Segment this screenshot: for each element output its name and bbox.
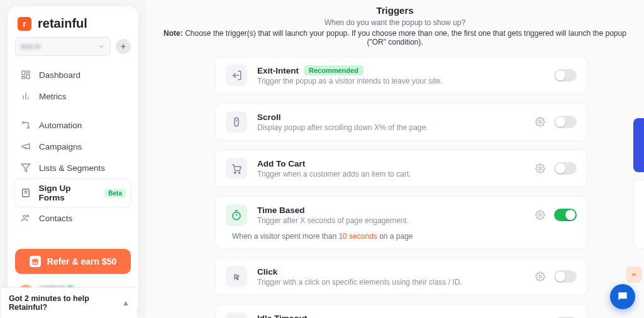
sidebar-item-lists[interactable]: Lists & Segments <box>15 158 131 178</box>
book-a-call-tab[interactable] <box>633 118 644 172</box>
svg-point-26 <box>238 172 240 173</box>
mouse-scroll-icon <box>226 111 247 133</box>
sidebar-item-signup-forms[interactable]: Sign Up Forms Beta <box>15 179 131 207</box>
trigger-toggle-cart[interactable] <box>554 162 577 175</box>
svg-rect-2 <box>22 71 25 75</box>
sidebar-item-label: Campaigns <box>39 142 82 151</box>
trigger-title: Click <box>257 267 277 277</box>
time-helper: When a visitor spent more than 10 second… <box>226 232 577 241</box>
trigger-desc: Display popup after scrolling down X% of… <box>257 123 525 132</box>
megaphone-icon <box>20 141 31 152</box>
trigger-list: Exit-IntentRecommended Trigger the popup… <box>146 48 644 318</box>
svg-rect-4 <box>26 75 30 79</box>
dashboard-icon <box>20 69 31 80</box>
trigger-title: Scroll <box>257 112 281 122</box>
beta-badge: Beta <box>104 189 126 198</box>
trigger-title: Add To Cart <box>257 159 305 168</box>
trigger-card-exit-intent: Exit-IntentRecommended Trigger the popup… <box>215 57 587 94</box>
trigger-toggle-click[interactable] <box>554 270 577 283</box>
feedback-prompt-text: Got 2 minutes to help Retainful? <box>9 294 122 312</box>
trigger-title: Idle Timeout <box>257 314 307 319</box>
trigger-card-scroll: Scroll Display popup after scrolling dow… <box>215 103 587 141</box>
trigger-settings-cart[interactable] <box>535 163 545 173</box>
svg-rect-3 <box>26 71 30 73</box>
trigger-settings-time[interactable] <box>535 210 545 220</box>
brand-name: retainful <box>38 16 87 31</box>
add-store-button[interactable] <box>116 39 131 54</box>
trigger-title: Time Based <box>257 206 305 215</box>
trigger-card-click: Click Trigger with a click on specific e… <box>215 258 587 295</box>
trigger-desc: Trigger the popup as a visitor intends t… <box>257 77 544 85</box>
trigger-toggle-scroll[interactable] <box>554 116 577 128</box>
time-value[interactable]: 10 seconds <box>338 232 377 241</box>
trigger-card-add-to-cart: Add To Cart Trigger when a customer adds… <box>215 150 587 187</box>
trigger-toggle-time[interactable] <box>554 209 577 221</box>
scroll-to-top-button[interactable] <box>626 266 642 283</box>
form-icon <box>20 187 31 199</box>
sidebar-item-dashboard[interactable]: Dashboard <box>15 65 131 85</box>
sidebar: r retainful test.in <box>0 0 146 318</box>
trigger-desc: Trigger when a customer adds an item to … <box>257 170 525 178</box>
store-select-value: test.in <box>21 42 41 51</box>
svg-point-24 <box>539 121 541 123</box>
chevron-down-icon <box>97 43 105 50</box>
refer-label: Refer & earn $50 <box>47 256 117 266</box>
sidebar-item-metrics[interactable]: Metrics <box>15 86 131 106</box>
svg-point-9 <box>23 122 25 124</box>
trigger-desc: Trigger with a click on specific element… <box>257 278 525 287</box>
trigger-title: Exit-Intent <box>257 66 299 75</box>
trigger-settings-click[interactable] <box>535 271 545 282</box>
svg-rect-22 <box>235 118 238 126</box>
feedback-tab[interactable] <box>633 180 644 249</box>
svg-marker-11 <box>21 164 30 172</box>
trigger-toggle-exit[interactable] <box>554 69 577 82</box>
svg-rect-5 <box>22 77 25 79</box>
sidebar-item-label: Sign Up Forms <box>38 184 97 202</box>
brand-logo-icon: r <box>18 17 31 31</box>
trigger-card-time-based: Time Based Trigger after X seconds of pa… <box>215 196 587 249</box>
page-subtitle: When do you want the popup to show up? <box>158 18 631 27</box>
feedback-prompt[interactable]: Got 2 minutes to help Retainful? ▲ <box>1 287 137 318</box>
sidebar-item-label: Metrics <box>39 92 67 101</box>
chat-fab[interactable] <box>610 284 635 309</box>
chart-icon <box>20 90 31 102</box>
filter-icon <box>20 162 31 173</box>
svg-point-32 <box>539 275 541 278</box>
sidebar-item-campaigns[interactable]: Campaigns <box>15 136 131 156</box>
page-header: Triggers When do you want the popup to s… <box>146 4 644 48</box>
brand-logo-letter: r <box>23 19 26 29</box>
svg-point-10 <box>28 127 30 129</box>
sidebar-item-label: Lists & Segments <box>39 163 105 173</box>
nav-primary: Dashboard Metrics Automation <box>15 65 131 228</box>
svg-point-15 <box>23 215 26 217</box>
svg-point-25 <box>235 172 236 173</box>
chevron-up-icon: ▲ <box>122 299 130 307</box>
gift-icon <box>30 256 41 267</box>
users-icon <box>20 212 31 224</box>
flow-icon <box>20 119 31 131</box>
sidebar-item-automation[interactable]: Automation <box>15 115 131 135</box>
timer-icon <box>226 204 247 226</box>
page-title: Triggers <box>158 5 631 16</box>
svg-point-31 <box>539 214 541 216</box>
svg-point-27 <box>539 167 541 170</box>
sidebar-item-label: Automation <box>39 121 82 130</box>
trigger-settings-scroll[interactable] <box>535 117 545 127</box>
trigger-card-idle: Idle Timeout Trigger popup following a p… <box>215 304 587 318</box>
trigger-desc: Trigger after X seconds of page engageme… <box>257 216 525 225</box>
app-root: r retainful test.in <box>0 0 644 318</box>
store-row: test.in <box>15 37 131 56</box>
page-note: Note: Choose the trigger(s) that will la… <box>158 29 631 47</box>
refer-button[interactable]: Refer & earn $50 <box>15 249 131 274</box>
idle-icon <box>226 312 247 318</box>
sidebar-item-contacts[interactable]: Contacts <box>15 208 131 228</box>
sidebar-item-label: Dashboard <box>39 70 80 80</box>
recommended-badge: Recommended <box>304 65 364 75</box>
store-select[interactable]: test.in <box>15 37 111 56</box>
cart-icon <box>226 158 247 179</box>
svg-point-16 <box>27 215 29 217</box>
sidebar-item-label: Contacts <box>39 214 72 223</box>
click-icon <box>226 266 247 287</box>
exit-icon <box>226 65 247 86</box>
main: Triggers When do you want the popup to s… <box>146 0 644 318</box>
